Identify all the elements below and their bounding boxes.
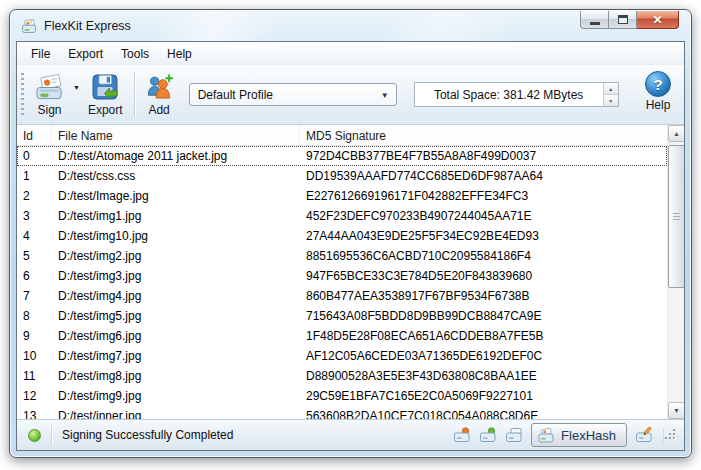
- scroll-down-button[interactable]: ▼: [668, 402, 684, 419]
- copy-status-icon[interactable]: [505, 427, 523, 443]
- table-header: Id File Name MD5 Signature: [17, 125, 667, 146]
- sign-button-label: Sign: [37, 103, 61, 117]
- client-area: File Export Tools Help: [16, 41, 685, 451]
- table-row[interactable]: 12 D:/test/img9.jpg 29C59E1BFA7C165E2C0A…: [17, 386, 667, 406]
- resize-grip-icon: [664, 428, 676, 440]
- cell-id: 3: [17, 209, 52, 223]
- table-row[interactable]: 0 D:/test/Atomage 2011 jacket.jpg 972D4C…: [17, 146, 667, 166]
- add-button-label: Add: [148, 103, 169, 117]
- cell-file: D:/test/img5.jpg: [52, 309, 300, 323]
- table-row[interactable]: 5 D:/test/img2.jpg 8851695536C6ACBD710C2…: [17, 246, 667, 266]
- table-row[interactable]: 7 D:/test/img4.jpg 860B477AEA3538917F67B…: [17, 286, 667, 306]
- menu-bar: File Export Tools Help: [17, 42, 684, 65]
- status-separator: [51, 425, 52, 445]
- cell-md5: 947F65BCE33C3E784D5E20F843839680: [300, 269, 667, 283]
- export-icon: [91, 72, 119, 102]
- spinner-down-button[interactable]: ▼: [604, 95, 618, 106]
- maximize-button[interactable]: [609, 11, 637, 29]
- window-controls: ✕: [580, 11, 679, 29]
- column-header-md5[interactable]: MD5 Signature: [300, 125, 667, 145]
- table-row[interactable]: 11 D:/test/img8.jpg D88900528A3E5E3F43D6…: [17, 366, 667, 386]
- close-button[interactable]: ✕: [637, 11, 679, 29]
- flexhash-button[interactable]: FlexHash: [531, 423, 627, 447]
- sign-button[interactable]: Sign: [27, 65, 72, 120]
- total-space-spinner[interactable]: Total Space: 381.42 MBytes ▲ ▼: [414, 82, 619, 107]
- close-icon: ✕: [652, 14, 662, 26]
- table-row[interactable]: 13 D:/test/inner.jpg 563608B2DA10CE7C018…: [17, 406, 667, 419]
- menu-tools[interactable]: Tools: [112, 43, 158, 64]
- cell-md5: 8851695536C6ACBD710C2095584186F4: [300, 249, 667, 263]
- cell-file: D:/test/css.css: [52, 169, 300, 183]
- add-button[interactable]: Add: [140, 65, 179, 124]
- sign-status-icon[interactable]: [453, 427, 471, 443]
- help-button[interactable]: ? Help: [645, 65, 671, 124]
- menu-export[interactable]: Export: [59, 43, 112, 64]
- cell-md5: 972D4CBB377BE4F7B55A8A8F499D0037: [300, 149, 667, 163]
- cell-md5: 27A44AA043E9DE25F5F34EC92BE4ED93: [300, 229, 667, 243]
- table-row[interactable]: 1 D:/test/css.css DD19539AAAFD774CC685ED…: [17, 166, 667, 186]
- profile-select[interactable]: Default Profile ▼: [189, 83, 397, 106]
- cell-md5: D88900528A3E5E3F43D63808C8BAA1EE: [300, 369, 667, 383]
- cell-md5: 563608B2DA10CE7C018C054A088C8D6E: [300, 409, 667, 419]
- table-body: 0 D:/test/Atomage 2011 jacket.jpg 972D4C…: [17, 146, 684, 419]
- spinner-up-button[interactable]: ▲: [604, 83, 618, 95]
- maximize-icon: [618, 15, 628, 24]
- cell-id: 1: [17, 169, 52, 183]
- verify-status-icon[interactable]: [479, 427, 497, 443]
- minimize-button[interactable]: [580, 11, 609, 29]
- menu-file[interactable]: File: [22, 43, 59, 64]
- vertical-scrollbar[interactable]: ▲ ▼: [667, 125, 684, 419]
- table-row[interactable]: 2 D:/test/Image.jpg E227612669196171F042…: [17, 186, 667, 206]
- table-row[interactable]: 4 D:/test/img10.jpg 27A44AA043E9DE25F5F3…: [17, 226, 667, 246]
- toolbar-separator: [134, 72, 135, 117]
- edit-status-icon[interactable]: [635, 427, 653, 443]
- table-row[interactable]: 10 D:/test/img7.jpg AF12C05A6CEDE03A7136…: [17, 346, 667, 366]
- cell-file: D:/test/img7.jpg: [52, 349, 300, 363]
- cell-md5: E227612669196171F042882EFFE34FC3: [300, 189, 667, 203]
- app-window: FlexKit Express ✕ File Export Tools Help: [9, 9, 692, 458]
- help-icon: ?: [645, 71, 671, 97]
- cell-file: D:/test/img4.jpg: [52, 289, 300, 303]
- chevron-down-icon: ▼: [381, 91, 389, 100]
- scroll-up-button[interactable]: ▲: [668, 125, 684, 142]
- cell-id: 7: [17, 289, 52, 303]
- cell-file: D:/test/inner.jpg: [52, 409, 300, 419]
- cell-file: D:/test/Image.jpg: [52, 189, 300, 203]
- toolbar-gripper[interactable]: [21, 73, 24, 116]
- table-row[interactable]: 6 D:/test/img3.jpg 947F65BCE33C3E784D5E2…: [17, 266, 667, 286]
- minimize-icon: [590, 22, 600, 25]
- column-header-id[interactable]: Id: [17, 125, 52, 145]
- cell-id: 13: [17, 409, 52, 419]
- cell-file: D:/test/Atomage 2011 jacket.jpg: [52, 149, 300, 163]
- total-space-value: Total Space: 381.42 MBytes: [415, 88, 603, 102]
- cell-id: 12: [17, 389, 52, 403]
- cell-file: D:/test/img1.jpg: [52, 209, 300, 223]
- scrollbar-thumb[interactable]: [668, 145, 684, 288]
- cell-id: 9: [17, 329, 52, 343]
- cell-id: 8: [17, 309, 52, 323]
- status-bar: Signing Successfully Completed: [17, 419, 684, 450]
- table-row[interactable]: 9 D:/test/img6.jpg 1F48D5E28F08ECA651A6C…: [17, 326, 667, 346]
- file-table: Id File Name MD5 Signature 0 D:/test/Ato…: [17, 125, 684, 419]
- status-led-icon: [28, 429, 41, 442]
- menu-help[interactable]: Help: [158, 43, 201, 64]
- table-row[interactable]: 8 D:/test/img5.jpg 715643A08F5BDD8D9BB99…: [17, 306, 667, 326]
- cell-id: 6: [17, 269, 52, 283]
- table-row[interactable]: 3 D:/test/img1.jpg 452F23DEFC970233B4907…: [17, 206, 667, 226]
- cell-file: D:/test/img10.jpg: [52, 229, 300, 243]
- cell-file: D:/test/img6.jpg: [52, 329, 300, 343]
- cell-id: 0: [17, 149, 52, 163]
- sign-dropdown-arrow-icon[interactable]: ▼: [73, 84, 80, 91]
- profile-selected-value: Default Profile: [198, 88, 273, 102]
- cell-md5: DD19539AAAFD774CC685ED6DF987AA64: [300, 169, 667, 183]
- spinner-buttons: ▲ ▼: [603, 83, 618, 106]
- add-user-icon: [146, 72, 173, 102]
- export-button[interactable]: Export: [82, 65, 129, 124]
- column-header-file[interactable]: File Name: [52, 125, 300, 145]
- cell-id: 11: [17, 369, 52, 383]
- cell-id: 2: [17, 189, 52, 203]
- resize-grip[interactable]: [663, 428, 679, 443]
- flexhash-icon: [538, 427, 556, 443]
- window-title: FlexKit Express: [44, 19, 131, 33]
- export-button-label: Export: [88, 103, 123, 117]
